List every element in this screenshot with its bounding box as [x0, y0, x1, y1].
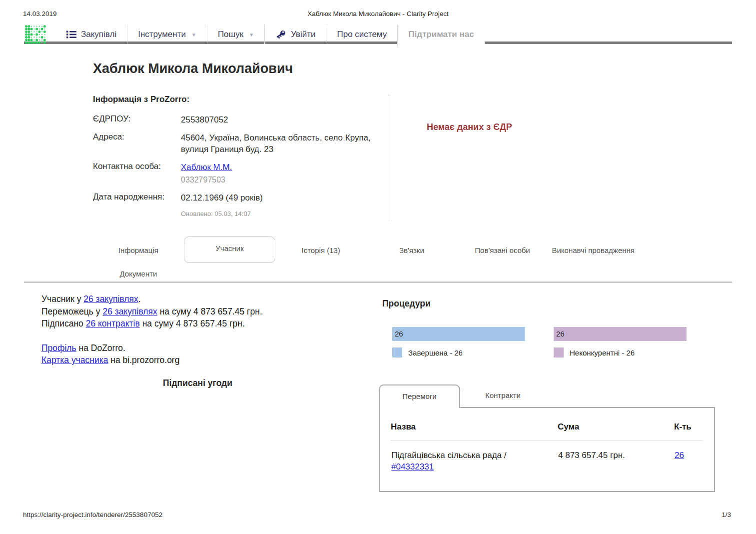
prozorro-info-block: ЄДРПОУ: 2553807052 Адреса: 45604, Україн…: [93, 114, 374, 218]
summary-line-participant: Учасник у 26 закупівлях.: [41, 293, 354, 306]
birthdate-value: 02.12.1969 (49 років): [181, 192, 374, 204]
row-sum: 4 873 657.45 грн.: [558, 440, 674, 474]
procedures-heading: Процедури: [382, 298, 431, 309]
chevron-down-icon: ▼: [249, 32, 254, 38]
tab-enforcement[interactable]: Виконавчі провадження: [548, 240, 639, 260]
bar-group-completed: 26 Завершена - 26: [392, 327, 525, 358]
key-icon: [275, 30, 286, 40]
bi-prozorro-card-link[interactable]: Картка учасника: [41, 355, 108, 365]
legend-completed: Завершена - 26: [392, 348, 525, 358]
edrpou-label: ЄДРПОУ:: [93, 114, 181, 126]
updated-timestamp: Оновлено: 05.03, 14:07: [181, 210, 374, 218]
table-row: Підгайцівська сільська рада / #04332331 …: [391, 440, 703, 474]
summary-line-winner: Переможець у 26 закупівлях на суму 4 873…: [41, 306, 354, 318]
address-label: Адреса:: [93, 132, 181, 155]
summary-line-dozorro: Профіль на DoZorro.: [41, 342, 354, 354]
nav-item-purchases[interactable]: Закупівлі: [56, 25, 127, 44]
tab-documents[interactable]: Документи: [93, 264, 184, 283]
participant-summary: Учасник у 26 закупівлях. Переможець у 26…: [41, 293, 354, 389]
top-navigation: Закупівлі Інструменти ▼ Пошук ▼ Увійти П…: [24, 25, 732, 44]
edrpou-value: 2553807052: [181, 114, 374, 126]
tab-participant[interactable]: Учасник: [184, 236, 276, 263]
col-header-count: К-ть: [674, 419, 703, 440]
nav-item-support[interactable]: Підтримати нас: [397, 25, 484, 46]
wins-table: Назва Сума К-ть Підгайцівська сільська р…: [391, 419, 703, 473]
contact-person-link[interactable]: Хаблюк М.М.: [181, 162, 232, 172]
tab-wins[interactable]: Перемоги: [379, 384, 460, 408]
nav-item-search[interactable]: Пошук ▼: [207, 25, 264, 44]
tab-related-persons[interactable]: Пов'язані особи: [457, 240, 548, 260]
birthdate-label: Дата народження:: [93, 192, 181, 204]
bar-group-noncompetitive: 26 Неконкурентні - 26: [554, 327, 687, 358]
page-content: Хаблюк Микола Миколайович Інформація з P…: [24, 46, 732, 486]
edr-no-data-notice: Немає даних з ЄДР: [427, 122, 512, 132]
chevron-down-icon: ▼: [191, 32, 196, 38]
nav-item-tools[interactable]: Інструменти ▼: [127, 25, 207, 44]
legend-label-noncompetitive: Неконкурентні - 26: [570, 348, 635, 357]
profile-tabs: Інформація Учасник Історія (13) Зв'язки …: [93, 238, 639, 263]
buyer-edrpou-link[interactable]: #04332331: [391, 462, 434, 472]
clarity-logo[interactable]: [24, 25, 46, 44]
nav-label-tools: Інструменти: [138, 30, 186, 40]
page-title: Хаблюк Микола Миколайович: [93, 61, 293, 76]
list-icon: [66, 30, 76, 38]
tab-history[interactable]: Історія (13): [275, 240, 366, 260]
nav-label-about: Про систему: [337, 30, 387, 40]
procedures-chart: 26 Завершена - 26 26 Неконкурентні - 26: [392, 327, 722, 358]
print-footer-url: https://clarity-project.info/tenderer/25…: [23, 511, 162, 518]
wins-count-link[interactable]: 26 закупівлях: [102, 306, 157, 316]
row-count-link[interactable]: 26: [675, 450, 684, 460]
nav-item-login[interactable]: Увійти: [264, 25, 326, 44]
print-header-title: Хаблюк Микола Миколайович - Clarity Proj…: [0, 10, 756, 18]
print-footer-page-number: 1/3: [722, 511, 731, 518]
summary-line-bi-prozorro: Картка учасника на bi.prozorro.org: [41, 354, 354, 366]
dot-grid-logo-icon: [25, 25, 46, 44]
prozorro-info-heading: Інформація з ProZorro:: [93, 94, 189, 104]
results-panel: Перемоги Контракти Назва Сума К-ть Підга…: [379, 384, 715, 492]
contact-label: Контактна особа:: [93, 162, 181, 186]
contact-phone: 0332797503: [181, 174, 374, 186]
info-row-address: Адреса: 45604, Україна, Волинська област…: [93, 132, 374, 155]
info-row-birthdate: Дата народження: 02.12.1969 (49 років): [93, 192, 374, 204]
nav-label-support: Підтримати нас: [408, 30, 474, 40]
buyer-name: Підгайцівська сільська рада /: [391, 450, 507, 460]
purchases-count-link[interactable]: 26 закупівлях: [83, 294, 138, 304]
info-row-edrpou: ЄДРПОУ: 2553807052: [93, 114, 374, 126]
bar-completed: 26: [392, 327, 525, 341]
dozorro-profile-link[interactable]: Профіль: [41, 343, 76, 353]
summary-line-contracts: Підписано 26 контрактів на суму 4 873 65…: [41, 318, 354, 330]
signed-agreements-heading: Підписані угоди: [41, 377, 354, 390]
legend-noncompetitive: Неконкурентні - 26: [554, 348, 687, 358]
tab-information[interactable]: Інформація: [93, 240, 184, 260]
bar-noncompetitive: 26: [554, 327, 687, 341]
tab-contracts[interactable]: Контракти: [485, 384, 521, 407]
legend-swatch-blue: [392, 348, 402, 358]
nav-label-purchases: Закупівлі: [81, 30, 116, 40]
section-divider: [24, 282, 732, 283]
vertical-divider: [389, 94, 389, 220]
tab-connections[interactable]: Зв'язки: [366, 240, 457, 260]
nav-label-search: Пошук: [218, 30, 243, 40]
col-header-name: Назва: [391, 419, 558, 440]
nav-item-about[interactable]: Про систему: [326, 25, 397, 44]
address-value: 45604, Україна, Волинська область, село …: [181, 132, 374, 155]
legend-label-completed: Завершена - 26: [408, 348, 463, 357]
col-header-sum: Сума: [558, 419, 674, 440]
info-row-contact: Контактна особа: Хаблюк М.М. 0332797503: [93, 162, 374, 186]
wins-table-box: Назва Сума К-ть Підгайцівська сільська р…: [379, 407, 715, 492]
nav-label-login: Увійти: [291, 30, 315, 40]
contracts-count-link[interactable]: 26 контрактів: [86, 318, 140, 328]
legend-swatch-purple: [554, 348, 564, 358]
